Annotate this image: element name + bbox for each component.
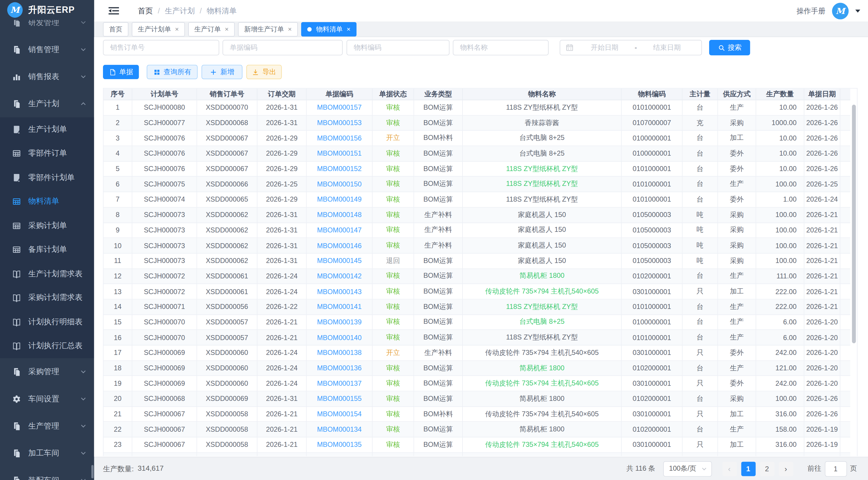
- sidebar-item[interactable]: 采购计划单: [0, 214, 94, 238]
- table-row[interactable]: 15SCJH000070XSDD0000572026-1-21MBOM00013…: [103, 315, 857, 330]
- sidebar-item[interactable]: 物料清单: [0, 190, 94, 214]
- table-row[interactable]: 23SCJH000067XSDD0000582026-1-21MBOM00013…: [103, 438, 857, 453]
- table-row[interactable]: 19SCJH000069XSDD0000602026-1-24MBOM00013…: [103, 376, 857, 392]
- table-row[interactable]: 13SCJH000072XSDD0000612026-1-24MBOM00014…: [103, 284, 857, 300]
- sidebar-item[interactable]: 采购管理: [0, 358, 94, 385]
- table-row[interactable]: 11SCJH000073XSDD0000622026-1-31MBOM00014…: [103, 253, 857, 269]
- cell-doc-code-link[interactable]: MBOM000141: [307, 299, 372, 315]
- sidebar-item[interactable]: 计划执行汇总表: [0, 334, 94, 358]
- column-header[interactable]: 业务类型: [414, 88, 463, 100]
- cell-doc-code-link[interactable]: MBOM000152: [307, 161, 372, 177]
- cell-doc-code-link[interactable]: MBOM000153: [307, 116, 372, 131]
- table-row[interactable]: 7SCJH000074XSDD0000652026-1-29MBOM000149…: [103, 192, 857, 208]
- column-header[interactable]: 销售订单号: [197, 88, 257, 100]
- table-row[interactable]: 3SCJH000076XSDD0000672026-1-29MBOM000156…: [103, 131, 857, 146]
- cell-doc-code-link[interactable]: MBOM000148: [307, 207, 372, 223]
- column-header[interactable]: 订单交期: [257, 88, 307, 100]
- page-button-2[interactable]: 2: [760, 461, 774, 476]
- column-header[interactable]: 生产数量: [756, 88, 805, 100]
- sidebar-item[interactable]: 装配车间: [0, 467, 94, 480]
- start-date-placeholder[interactable]: 开始日期: [576, 43, 633, 52]
- next-page-button[interactable]: ›: [779, 461, 793, 476]
- sidebar-item[interactable]: 生产计划需求表: [0, 262, 94, 286]
- table-row[interactable]: 5SCJH000076XSDD0000672026-1-29MBOM000152…: [103, 161, 857, 177]
- sidebar-item[interactable]: 销售报表: [0, 63, 94, 90]
- table-row[interactable]: 16SCJH000070XSDD0000572026-1-21MBOM00014…: [103, 330, 857, 346]
- table-row[interactable]: 8SCJH000073XSDD0000622026-1-31MBOM000148…: [103, 207, 857, 223]
- cell-doc-code-link[interactable]: MBOM000142: [307, 269, 372, 284]
- table-row[interactable]: 20SCJH000068XSDD0000692026-1-31MBOM00015…: [103, 392, 857, 407]
- table-row[interactable]: 2SCJH000077XSDD0000682026-1-31MBOM000153…: [103, 116, 857, 131]
- tab-首页[interactable]: 首页: [103, 22, 129, 36]
- table-row[interactable]: 12SCJH000072XSDD0000612026-1-24MBOM00014…: [103, 269, 857, 284]
- breadcrumb-item[interactable]: 首页: [138, 6, 153, 16]
- table-row[interactable]: 1SCJH000080XSDD0000702026-1-31MBOM000157…: [103, 100, 857, 116]
- sidebar-item[interactable]: 车间设置: [0, 386, 94, 413]
- table-row[interactable]: [103, 453, 857, 456]
- column-header[interactable]: 计划单号: [132, 88, 197, 100]
- cell-doc-code-link[interactable]: MBOM000137: [307, 376, 372, 392]
- cell-doc-code-link[interactable]: MBOM000135: [307, 438, 372, 453]
- page-size-select[interactable]: 100条/页: [663, 461, 712, 476]
- tab-生产计划单[interactable]: 生产计划单×: [132, 22, 185, 36]
- sidebar-item[interactable]: 零部件订单: [0, 141, 94, 166]
- table-row[interactable]: 14SCJH000071XSDD0000562026-1-22MBOM00014…: [103, 299, 857, 315]
- export-button[interactable]: 导出: [246, 65, 282, 79]
- tab-新增生产订单[interactable]: 新增生产订单×: [238, 22, 298, 36]
- tab-生产订单[interactable]: 生产订单×: [188, 22, 235, 36]
- sidebar-item[interactable]: 计划执行明细表: [0, 310, 94, 334]
- breadcrumb-item[interactable]: 生产计划: [165, 6, 195, 16]
- cell-doc-code-link[interactable]: MBOM000134: [307, 422, 372, 438]
- sidebar-scrollbar[interactable]: [91, 465, 94, 479]
- table-row[interactable]: 9SCJH000073XSDD0000622026-1-31MBOM000147…: [103, 223, 857, 238]
- table-row[interactable]: 6SCJH000075XSDD0000662026-1-25MBOM000150…: [103, 177, 857, 192]
- column-header[interactable]: 单据日期: [804, 88, 840, 100]
- column-header[interactable]: 序号: [103, 88, 132, 100]
- table-row[interactable]: 22SCJH000067XSDD0000582026-1-21MBOM00013…: [103, 422, 857, 438]
- column-header[interactable]: 物料名称: [463, 88, 622, 100]
- cell-doc-code-link[interactable]: MBOM000155: [307, 392, 372, 407]
- close-icon[interactable]: ×: [288, 26, 292, 33]
- query-all-button[interactable]: 查询所有: [147, 65, 197, 79]
- cell-doc-code-link[interactable]: MBOM000147: [307, 223, 372, 238]
- column-header[interactable]: 单据状态: [373, 88, 414, 100]
- table-row[interactable]: 17SCJH000069XSDD0000602026-1-24MBOM00013…: [103, 346, 857, 361]
- cell-doc-code-link[interactable]: MBOM000146: [307, 238, 372, 254]
- material-name-input[interactable]: 物料名称: [453, 40, 549, 55]
- caret-down-icon[interactable]: [855, 9, 860, 12]
- page-button-1[interactable]: 1: [741, 461, 755, 476]
- sidebar-item[interactable]: 生产计划: [0, 90, 94, 117]
- column-header[interactable]: 主计量: [683, 88, 718, 100]
- collapse-sidebar-icon[interactable]: [108, 7, 119, 15]
- avatar[interactable]: M: [832, 3, 848, 19]
- sidebar-item[interactable]: 生产管理: [0, 413, 94, 440]
- table-row[interactable]: 18SCJH000069XSDD0000602026-1-24MBOM00013…: [103, 361, 857, 376]
- cell-doc-code-link[interactable]: MBOM000149: [307, 192, 372, 208]
- sidebar-item[interactable]: 生产计划单: [0, 117, 94, 141]
- cell-doc-code-link[interactable]: [307, 453, 372, 456]
- column-header[interactable]: 物料编码: [622, 88, 682, 100]
- prev-page-button[interactable]: ‹: [722, 461, 737, 476]
- doc-code-input[interactable]: 单据编码: [222, 40, 343, 55]
- end-date-placeholder[interactable]: 结束日期: [638, 43, 696, 52]
- sidebar-item[interactable]: 销售管理: [0, 36, 94, 63]
- close-icon[interactable]: ×: [346, 26, 350, 33]
- goto-page-input[interactable]: 1: [825, 461, 847, 476]
- table-row[interactable]: 21SCJH000067XSDD0000582026-1-21MBOM00015…: [103, 407, 857, 422]
- sidebar-item[interactable]: 加工车间: [0, 440, 94, 467]
- date-range-input[interactable]: 开始日期 - 结束日期: [560, 40, 702, 55]
- cell-doc-code-link[interactable]: MBOM000136: [307, 361, 372, 376]
- cell-doc-code-link[interactable]: MBOM000145: [307, 253, 372, 269]
- cell-doc-code-link[interactable]: MBOM000151: [307, 146, 372, 162]
- cell-doc-code-link[interactable]: MBOM000150: [307, 177, 372, 192]
- close-icon[interactable]: ×: [225, 26, 229, 33]
- cell-doc-code-link[interactable]: MBOM000157: [307, 100, 372, 116]
- cell-doc-code-link[interactable]: MBOM000143: [307, 284, 372, 300]
- column-header[interactable]: 单据编码: [307, 88, 372, 100]
- table-row[interactable]: 4SCJH000076XSDD0000672026-1-29MBOM000151…: [103, 146, 857, 162]
- material-code-input[interactable]: 物料编码: [346, 40, 450, 55]
- add-button[interactable]: 新增: [202, 65, 243, 79]
- sidebar-item[interactable]: 零部件计划单: [0, 166, 94, 190]
- tab-物料清单[interactable]: 物料清单×: [301, 22, 356, 36]
- cell-doc-code-link[interactable]: MBOM000154: [307, 407, 372, 422]
